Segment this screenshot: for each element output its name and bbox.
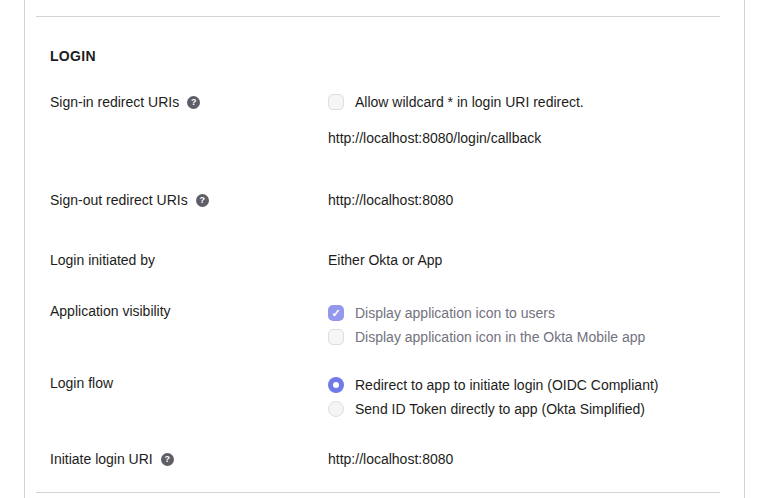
display-icon-mobile-label: Display application icon in the Okta Mob…	[355, 327, 645, 347]
redirect-oidc-radio[interactable]	[328, 377, 344, 393]
display-icon-users-option[interactable]: ✓ Display application icon to users	[328, 301, 719, 325]
help-icon[interactable]: ?	[196, 194, 209, 207]
section-divider-bottom	[36, 492, 720, 493]
application-visibility-label: Application visibility	[50, 301, 171, 321]
signout-redirect-uris-label: Sign-out redirect URIs	[50, 190, 188, 210]
display-icon-users-label: Display application icon to users	[355, 303, 555, 323]
row-login-initiated-by: Login initiated by Either Okta or App	[50, 250, 719, 270]
section-divider-top	[36, 16, 720, 17]
send-id-token-radio[interactable]	[328, 401, 344, 417]
checkbox-checked-icon[interactable]: ✓	[328, 305, 344, 321]
panel-right-border	[744, 0, 745, 498]
wildcard-checkbox[interactable]	[328, 94, 344, 110]
row-login-flow: Login flow Redirect to app to initiate l…	[50, 373, 719, 421]
display-icon-mobile-checkbox[interactable]	[328, 329, 344, 345]
row-signout-redirect-uris: Sign-out redirect URIs ? http://localhos…	[50, 190, 719, 210]
login-initiated-by-value: Either Okta or App	[328, 250, 719, 270]
initiate-login-uri-value: http://localhost:8080	[328, 449, 719, 469]
login-initiated-by-label: Login initiated by	[50, 250, 155, 270]
signin-redirect-uri-value: http://localhost:8080/login/callback	[328, 128, 719, 148]
redirect-oidc-option[interactable]: Redirect to app to initiate login (OIDC …	[328, 373, 719, 397]
signin-redirect-uris-label: Sign-in redirect URIs	[50, 92, 179, 112]
row-signin-redirect-uris: Sign-in redirect URIs ? Allow wildcard *…	[50, 92, 719, 148]
section-title: LOGIN	[50, 48, 96, 64]
wildcard-checkbox-option[interactable]: Allow wildcard * in login URI redirect.	[328, 92, 719, 112]
signout-redirect-uri-value: http://localhost:8080	[328, 190, 719, 210]
send-id-token-label: Send ID Token directly to app (Okta Simp…	[355, 399, 645, 419]
help-icon[interactable]: ?	[161, 453, 174, 466]
redirect-oidc-label: Redirect to app to initiate login (OIDC …	[355, 375, 658, 395]
wildcard-checkbox-label: Allow wildcard * in login URI redirect.	[355, 92, 584, 112]
row-application-visibility: Application visibility ✓ Display applica…	[50, 301, 719, 349]
send-id-token-option[interactable]: Send ID Token directly to app (Okta Simp…	[328, 397, 719, 421]
panel-left-border	[24, 0, 25, 498]
initiate-login-uri-label: Initiate login URI	[50, 449, 153, 469]
row-initiate-login-uri: Initiate login URI ? http://localhost:80…	[50, 449, 719, 469]
login-flow-label: Login flow	[50, 373, 113, 393]
display-icon-mobile-option[interactable]: Display application icon in the Okta Mob…	[328, 325, 719, 349]
help-icon[interactable]: ?	[187, 96, 200, 109]
